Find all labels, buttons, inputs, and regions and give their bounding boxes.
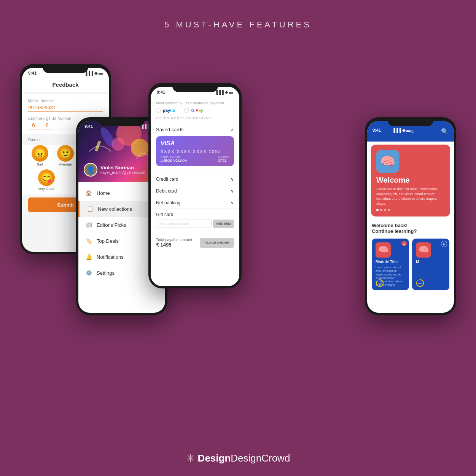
time-2: 9:41 [84, 124, 93, 129]
time-1: 9:41 [28, 71, 37, 75]
phone-notch-3 [172, 83, 218, 92]
emoji-average: 🙂 Average [54, 145, 77, 166]
signal-1: ▐▐▐ ◈ ▬ [84, 71, 103, 76]
bill-digit-2: 8 [42, 122, 53, 129]
brain-icon: 🧠 [376, 150, 399, 173]
menu-home-label: Home [97, 190, 110, 196]
expiry-label: EXPIRES [218, 156, 229, 159]
card-details: CARD HOLDER LUBOS VOLKOV EXPIRES 07/21 [161, 156, 229, 162]
total-amount: ₹ 1495 [156, 242, 192, 248]
home-icon: 🏠 [85, 189, 92, 196]
dot-2 [380, 209, 382, 211]
phone-screen-4: 9:41 ▐▐▐ ◈ ▬ ≡ 🔍 🧠 Welcome Lorem ipsum d… [367, 121, 454, 313]
gift-card-label: Gift card [156, 212, 234, 217]
redeem-button[interactable]: REDEEM [213, 220, 234, 228]
debit-card-chevron: ∨ [231, 188, 234, 194]
gpay-option[interactable]: G Pay [184, 108, 203, 113]
payment-modes-label: Most commonly used modes of payment [156, 101, 234, 105]
gift-card-section: Gift card Enter gift card code REDEEM [151, 209, 239, 235]
emoji-verygood-icon: 😋 [38, 169, 55, 186]
module-card-2[interactable]: ▶ 🧠 M 80% [412, 239, 449, 290]
footer-logo: ✳ DesignDesignCrowd [0, 452, 476, 465]
menu-deals-label: Top Deals [97, 238, 119, 244]
total-section: Total payable amount ₹ 1495 [156, 238, 192, 248]
net-banking-header[interactable]: Net banking ∨ [151, 197, 239, 209]
menu-editors-label: Editor's Picks [97, 222, 126, 228]
bill-digit-3 [56, 122, 66, 129]
credit-card-accordion: Credit card ∨ [151, 174, 239, 185]
debit-card-label: Debit card [156, 188, 177, 194]
card-expiry-section: EXPIRES 07/21 [218, 156, 229, 162]
continue-title: Welcome back!Continue learning? [372, 223, 449, 234]
menu-collections-label: New collections [98, 206, 132, 212]
signal-3: ▐▐▐ ◈ ▬ [215, 90, 234, 95]
credit-card-label: Credit card [156, 177, 178, 182]
saved-cards-header[interactable]: Saved cards ∧ [151, 124, 239, 135]
module-cards-row: 1 🧠 Module Title Lorem ipsum dolor sit a… [367, 239, 454, 290]
dot-1 [376, 209, 379, 211]
dot-4 [388, 209, 390, 211]
paytm-logo: paytm [163, 108, 175, 113]
credit-card-chevron: ∨ [231, 177, 234, 182]
feedback-header: Feedback [22, 78, 109, 93]
footer: ✳ DesignDesignCrowd [0, 452, 476, 465]
continue-section: Welcome back!Continue learning? [367, 220, 454, 239]
debit-card-accordion: Debit card ∨ [151, 185, 239, 197]
module-brain-icon-2: 🧠 [416, 242, 431, 258]
payment-content: Most commonly used modes of payment payt… [151, 97, 239, 286]
phone-notch-1 [43, 64, 88, 73]
play-icon[interactable]: ▶ [441, 241, 447, 247]
collections-icon: 📋 [86, 205, 93, 212]
svg-text:80%: 80% [418, 282, 422, 285]
gift-input-row: Enter gift card code REDEEM [156, 220, 234, 228]
holder-value: LUBOS VOLKOV [161, 159, 187, 162]
page-title: 5 MUST-HAVE FEATURES [0, 0, 476, 41]
hamburger-icon[interactable]: ≡ [411, 128, 414, 135]
menu-notifications-label: Notifications [97, 254, 124, 260]
module-brain-icon: 🧠 [376, 242, 391, 258]
debit-card-header[interactable]: Debit card ∨ [151, 185, 239, 197]
payment-options: paytm G Pay [156, 108, 234, 113]
paytm-option[interactable]: paytm [156, 108, 175, 113]
payment-section: Most commonly used modes of payment payt… [151, 97, 239, 124]
paytm-radio [156, 108, 161, 113]
designcrowd-logo-icon: ✳ [186, 452, 195, 465]
profile-name: Violet Norman [100, 165, 145, 170]
progress-circle: 80% [376, 279, 384, 287]
total-row: Total payable amount ₹ 1495 PLACE ORDER [151, 235, 239, 251]
notifications-icon: 🔔 [85, 253, 92, 260]
net-banking-chevron: ∨ [231, 200, 234, 205]
bill-digit-1: 6 [28, 122, 39, 129]
total-label: Total payable amount [156, 238, 192, 242]
expiry-value: 07/21 [218, 159, 229, 162]
module-title: Module Title [376, 260, 405, 264]
welcome-title: Welcome [376, 176, 445, 185]
net-banking-accordion: Net banking ∨ [151, 197, 239, 209]
module-card-1[interactable]: 1 🧠 Module Title Lorem ipsum dolor sit a… [372, 239, 409, 290]
footer-logo-text: DesignDesignCrowd [198, 452, 290, 464]
mobile-label: Mobile Number [28, 99, 103, 103]
gpay-radio [184, 108, 189, 113]
emoji-average-icon: 🙂 [57, 145, 74, 162]
emoji-average-label: Average [59, 162, 72, 166]
phones-container: 9:41 ▐▐▐ ◈ ▬ Feedback Mobile Number 9976… [0, 41, 476, 384]
visa-brand: VISA [161, 140, 229, 147]
carousel-dots [376, 209, 445, 211]
gift-code-input[interactable]: Enter gift card code [156, 220, 212, 228]
phone-learning: 9:41 ▐▐▐ ◈ ▬ ≡ 🔍 🧠 Welcome Lorem ipsum d… [365, 117, 456, 315]
gpay-logo: G Pay [191, 108, 203, 113]
notification-badge: 1 [401, 241, 407, 246]
credit-card-header[interactable]: Credit card ∨ [151, 174, 239, 185]
credit-card-visual: VISA XXXX XXXX XXXX 1293 CARD HOLDER LUB… [156, 136, 234, 166]
signal-4: ▐▐▐ ◈ ▬ [392, 128, 411, 133]
phone-notch-4 [388, 117, 433, 126]
emoji-bad-icon: 😠 [32, 145, 48, 162]
search-icon[interactable]: 🔍 [441, 128, 449, 135]
feedback-title: Feedback [28, 81, 103, 88]
time-3: 9:41 [157, 90, 165, 94]
svg-text:80%: 80% [378, 282, 382, 285]
place-order-button[interactable]: PLACE ORDER [200, 238, 234, 248]
time-4: 9:41 [373, 128, 381, 132]
emoji-bad-label: Bad [37, 162, 43, 166]
settings-icon: ⚙️ [85, 269, 92, 276]
